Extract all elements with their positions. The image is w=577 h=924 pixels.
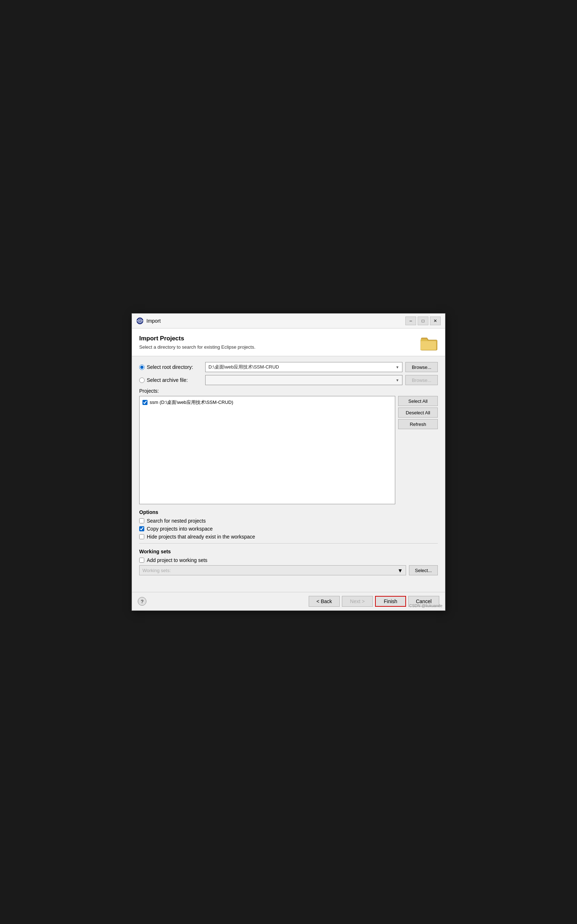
svg-rect-7 [421, 341, 436, 350]
folder-icon [421, 335, 438, 351]
hide-projects-row[interactable]: Hide projects that already exist in the … [139, 534, 438, 540]
working-sets-placeholder: Working sets: [142, 568, 171, 573]
next-button[interactable]: Next > [342, 596, 373, 607]
dialog-footer: ? < Back Next > Finish Cancel [132, 592, 445, 611]
nested-projects-label: Search for nested projects [147, 518, 206, 524]
close-button[interactable]: ✕ [430, 317, 441, 325]
refresh-button[interactable]: Refresh [398, 419, 438, 429]
dropdown-arrow-icon: ▼ [396, 365, 399, 369]
dialog-header: Import Projects Select a directory to se… [132, 328, 445, 356]
options-title: Options [139, 509, 438, 515]
root-browse-button[interactable]: Browse... [405, 362, 438, 372]
working-sets-dropdown[interactable]: Working sets: ▼ [139, 565, 406, 575]
root-directory-input[interactable]: D:\桌面\web应用技术\SSM-CRUD ▼ [205, 362, 403, 372]
archive-file-label[interactable]: Select archive file: [139, 377, 202, 383]
copy-projects-label: Copy projects into workspace [147, 526, 213, 531]
projects-side-buttons: Select All Deselect All Refresh [398, 396, 438, 429]
add-to-working-sets-row[interactable]: Add project to working sets [139, 557, 438, 563]
archive-browse-button: Browse... [405, 375, 438, 385]
title-bar: Import – □ ✕ [132, 313, 445, 328]
select-working-sets-button[interactable]: Select... [409, 565, 438, 575]
root-directory-radio[interactable] [139, 365, 145, 370]
nested-projects-row[interactable]: Search for nested projects [139, 518, 438, 524]
working-sets-title: Working sets [139, 549, 438, 554]
dialog-title: Import [147, 318, 403, 324]
dialog-content: Select root directory: D:\桌面\web应用技术\SSM… [132, 356, 445, 592]
projects-list[interactable]: ssm (D:\桌面\web应用技术\SSM-CRUD) [139, 396, 395, 504]
svg-point-2 [139, 320, 141, 321]
working-sets-arrow-icon: ▼ [397, 567, 403, 573]
project-name: ssm (D:\桌面\web应用技术\SSM-CRUD) [150, 399, 233, 406]
minimize-button[interactable]: – [405, 317, 416, 325]
finish-button[interactable]: Finish [375, 596, 406, 607]
dialog-description: Select a directory to search for existin… [139, 344, 255, 350]
archive-file-radio[interactable] [139, 378, 145, 383]
help-button[interactable]: ? [138, 597, 147, 606]
project-checkbox[interactable] [142, 400, 148, 405]
root-directory-row: Select root directory: D:\桌面\web应用技术\SSM… [139, 362, 438, 372]
copy-projects-checkbox[interactable] [139, 526, 144, 531]
list-item: ssm (D:\桌面\web应用技术\SSM-CRUD) [141, 398, 393, 407]
eclipse-icon [136, 317, 143, 325]
root-directory-label[interactable]: Select root directory: [139, 364, 202, 370]
projects-label: Projects: [139, 388, 438, 394]
nested-projects-checkbox[interactable] [139, 518, 144, 523]
archive-file-input[interactable]: ▼ [205, 375, 403, 385]
maximize-button[interactable]: □ [417, 317, 429, 325]
back-button[interactable]: < Back [309, 596, 340, 607]
dialog-heading: Import Projects [139, 335, 255, 342]
archive-dropdown-arrow-icon: ▼ [396, 378, 399, 382]
deselect-all-button[interactable]: Deselect All [398, 407, 438, 418]
add-working-sets-checkbox[interactable] [139, 558, 144, 563]
working-sets-group: Working sets Add project to working sets… [139, 549, 438, 575]
hide-projects-label: Hide projects that already exist in the … [147, 534, 255, 540]
hide-projects-checkbox[interactable] [139, 534, 144, 539]
watermark: CSDN @liukuande [409, 604, 443, 608]
projects-area: ssm (D:\桌面\web应用技术\SSM-CRUD) Select All … [139, 396, 438, 504]
copy-projects-row[interactable]: Copy projects into workspace [139, 526, 438, 531]
add-working-sets-label: Add project to working sets [147, 557, 207, 563]
archive-file-row: Select archive file: ▼ Browse... [139, 375, 438, 385]
select-all-button[interactable]: Select All [398, 396, 438, 406]
working-sets-row: Working sets: ▼ Select... [139, 565, 438, 575]
window-controls: – □ ✕ [405, 317, 441, 325]
options-group: Options Search for nested projects Copy … [139, 509, 438, 540]
import-dialog: Import – □ ✕ Import Projects Select a di… [132, 313, 445, 611]
